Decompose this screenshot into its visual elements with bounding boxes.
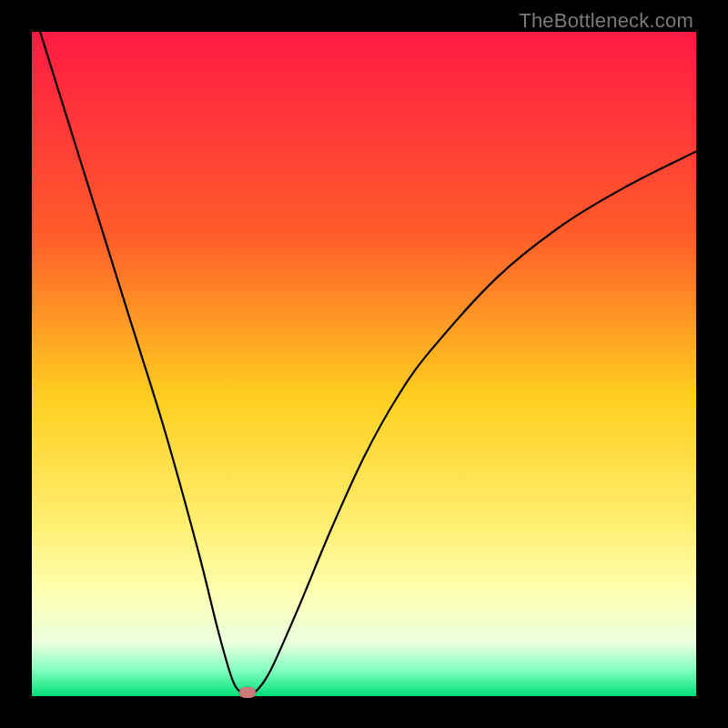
chart-svg xyxy=(32,32,696,696)
optimal-point-marker xyxy=(239,687,256,698)
chart-background-gradient xyxy=(32,32,696,696)
plot-area xyxy=(32,32,696,696)
chart-frame: TheBottleneck.com xyxy=(0,0,728,728)
watermark-text: TheBottleneck.com xyxy=(519,9,693,33)
